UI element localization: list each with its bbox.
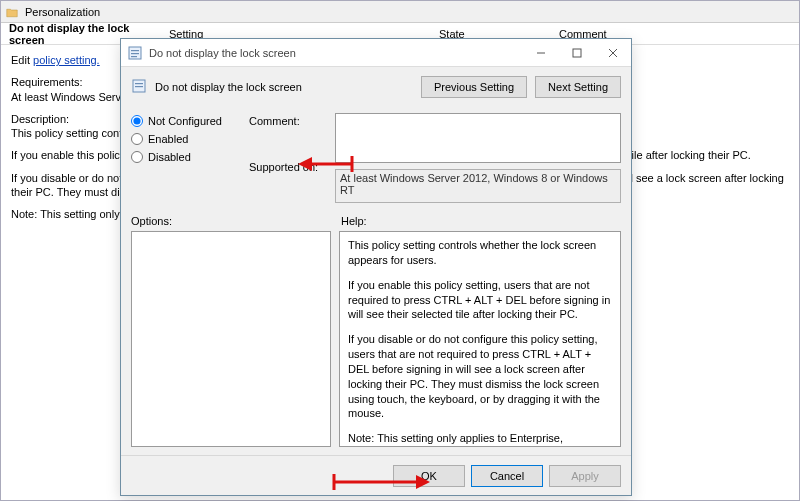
policy-icon <box>127 45 143 61</box>
radio-disabled-label: Disabled <box>148 151 191 163</box>
headline-icon <box>131 78 147 96</box>
help-label: Help: <box>341 215 621 227</box>
svg-rect-5 <box>573 49 581 57</box>
options-label: Options: <box>131 215 341 227</box>
svg-rect-10 <box>135 86 143 87</box>
edit-label: Edit <box>11 54 30 66</box>
dialog-lower: This policy setting controls whether the… <box>121 229 631 455</box>
options-box <box>131 231 331 447</box>
next-setting-button[interactable]: Next Setting <box>535 76 621 98</box>
bg-title-text: Personalization <box>25 6 100 18</box>
dialog-middle-labels: Options: Help: <box>121 211 631 229</box>
maximize-button[interactable] <box>559 39 595 67</box>
help-p2: If you enable this policy setting, users… <box>348 278 612 323</box>
supported-on-text: At least Windows Server 2012, Windows 8 … <box>340 172 608 196</box>
radio-enabled-input[interactable] <box>131 133 143 145</box>
radio-enabled-label: Enabled <box>148 133 188 145</box>
policy-setting-dialog: Do not display the lock screen Do not di… <box>120 38 632 496</box>
supported-on-box: At least Windows Server 2012, Windows 8 … <box>335 169 621 203</box>
apply-button[interactable]: Apply <box>549 465 621 487</box>
arrow-annotation-enabled <box>298 152 354 176</box>
description-heading: Description: <box>11 113 69 125</box>
svg-rect-2 <box>131 53 139 54</box>
radio-not-configured-label: Not Configured <box>148 115 222 127</box>
radio-not-configured-input[interactable] <box>131 115 143 127</box>
field-column: At least Windows Server 2012, Windows 8 … <box>335 113 621 207</box>
radio-not-configured[interactable]: Not Configured <box>131 115 241 127</box>
comment-textarea[interactable] <box>335 113 621 163</box>
previous-setting-button[interactable]: Previous Setting <box>421 76 527 98</box>
dialog-header: Do not display the lock screen Previous … <box>121 67 631 107</box>
help-box: This policy setting controls whether the… <box>339 231 621 447</box>
radio-enabled[interactable]: Enabled <box>131 133 241 145</box>
dialog-upper: Not Configured Enabled Disabled Comment:… <box>121 107 631 211</box>
headline-text: Do not display the lock screen <box>155 81 302 93</box>
cancel-button[interactable]: Cancel <box>471 465 543 487</box>
minimize-button[interactable] <box>523 39 559 67</box>
close-button[interactable] <box>595 39 631 67</box>
dialog-titlebar: Do not display the lock screen <box>121 39 631 67</box>
svg-marker-12 <box>298 157 312 171</box>
svg-marker-15 <box>416 475 430 489</box>
dialog-title: Do not display the lock screen <box>149 47 523 59</box>
svg-rect-1 <box>131 50 139 51</box>
arrow-annotation-ok <box>332 470 432 494</box>
svg-rect-3 <box>131 56 137 57</box>
requirements-heading: Requirements: <box>11 76 83 88</box>
policy-setting-link[interactable]: policy setting. <box>33 54 100 66</box>
state-radios: Not Configured Enabled Disabled <box>131 113 241 207</box>
radio-disabled-input[interactable] <box>131 151 143 163</box>
svg-rect-9 <box>135 83 143 84</box>
bg-titlebar: Personalization <box>1 1 799 23</box>
help-p3: If you disable or do not configure this … <box>348 332 612 421</box>
folder-icon <box>5 4 19 16</box>
comment-label: Comment: <box>249 115 327 127</box>
help-p4: Note: This setting only applies to Enter… <box>348 431 612 447</box>
help-p1: This policy setting controls whether the… <box>348 238 612 268</box>
radio-disabled[interactable]: Disabled <box>131 151 241 163</box>
